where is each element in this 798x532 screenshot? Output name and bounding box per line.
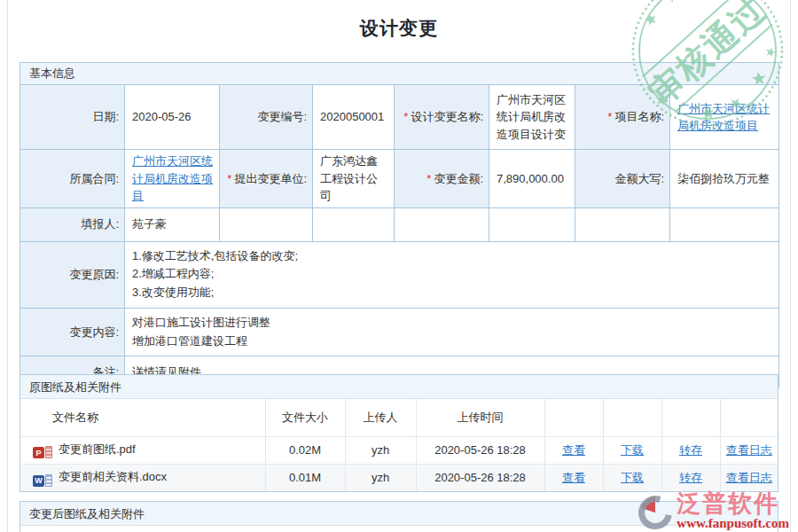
page-title: 设计变更 xyxy=(0,16,798,41)
empty-cell xyxy=(575,207,670,241)
contract-cell: 广州市天河区统计局机房改造项目 xyxy=(125,150,220,208)
design-change-page: 设计变更 基本信息 日期: 2020-05-26 变更编号: 202005000… xyxy=(0,0,798,532)
download-link[interactable]: 下载 xyxy=(621,443,644,457)
column-uploader: 上传人 xyxy=(345,399,416,436)
contract-label: 所属合同: xyxy=(20,150,125,208)
column-action xyxy=(720,399,778,436)
transfer-cell: 转存 xyxy=(661,464,720,491)
required-mark: * xyxy=(403,110,408,123)
view-log-cell: 查看日志 xyxy=(720,436,778,464)
basic-info-row-1: 日期: 2020-05-26 变更编号: 2020050001 *设计变更名称:… xyxy=(20,85,779,150)
file-name-cell: P变更前图纸.pdf xyxy=(20,436,265,464)
file-uploader: yzh xyxy=(345,436,416,464)
design-change-name-value: 广州市天河区统计局机房改造项目设计变 xyxy=(489,85,575,150)
file-name: 变更前相关资料.docx xyxy=(59,470,167,483)
empty-cell xyxy=(220,207,313,241)
word-file-icon: W xyxy=(33,474,52,487)
pdf-file-icon: P xyxy=(33,446,52,458)
transfer-link[interactable]: 转存 xyxy=(679,471,702,484)
reporter-value: 苑子豪 xyxy=(125,207,220,241)
project-name-cell: 广州市天河区统计局机房改造项目 xyxy=(670,85,779,150)
download-cell: 下载 xyxy=(603,464,661,491)
empty-cell xyxy=(395,207,489,241)
basic-info-section-header-row: 基本信息 xyxy=(20,63,779,85)
transfer-link[interactable]: 转存 xyxy=(679,443,702,457)
required-mark: * xyxy=(227,172,231,185)
attachments-before-table: 文件名称 文件大小 上传人 上传时间 P变更前图纸.pdf 0.02M yzh … xyxy=(20,399,778,491)
view-log-link[interactable]: 查看日志 xyxy=(726,443,772,457)
reporter-label: 填报人: xyxy=(20,207,125,241)
basic-info-table: 基本信息 日期: 2020-05-26 变更编号: 2020050001 *设计… xyxy=(20,62,779,387)
column-file-size: 文件大小 xyxy=(265,399,345,436)
change-content-row: 变更内容: 对港口施工设计图进行调整 增加港口管道建设工程 xyxy=(20,308,779,356)
change-unit-value: 广东鸿达鑫工程设计公司 xyxy=(313,150,395,208)
column-action xyxy=(661,399,720,436)
change-amount-label: *变更金额: xyxy=(395,150,489,208)
amount-words-value: 柒佰捌拾玖万元整 xyxy=(670,150,779,208)
attachments-after-section: 变更后图纸及相关附件 xyxy=(20,501,778,532)
basic-info-row-2: 所属合同: 广州市天河区统计局机房改造项目 *提出变更单位: 广东鸿达鑫工程设计… xyxy=(20,150,779,208)
column-file-name: 文件名称 xyxy=(20,399,265,436)
column-action xyxy=(603,399,661,436)
file-row-word: W变更前相关资料.docx 0.01M yzh 2020-05-26 18:28… xyxy=(20,464,778,491)
basic-info-row-3: 填报人: 苑子豪 xyxy=(20,207,779,241)
view-cell: 查看 xyxy=(544,464,603,491)
column-action xyxy=(544,399,603,436)
date-value: 2020-05-26 xyxy=(125,85,220,150)
document-page-icon xyxy=(45,446,52,458)
view-link[interactable]: 查看 xyxy=(562,443,585,457)
amount-words-label: 金额大写: xyxy=(575,150,670,208)
file-name-cell: W变更前相关资料.docx xyxy=(20,464,265,491)
change-reason-row: 变更原因: 1.修改工艺技术,包括设备的改变; 2.增减工程内容; 3.改变使用… xyxy=(20,241,779,308)
project-name-link[interactable]: 广州市天河区统计局机房改造项目 xyxy=(677,102,770,133)
view-cell: 查看 xyxy=(544,436,603,464)
attachments-before-section: 原图纸及相关附件 文件名称 文件大小 上传人 上传时间 P变更前图纸.pdf xyxy=(20,374,778,492)
attachments-header-row: 文件名称 文件大小 上传人 上传时间 xyxy=(20,399,778,436)
contract-link[interactable]: 广州市天河区统计局机房改造项目 xyxy=(132,154,213,202)
download-cell: 下载 xyxy=(603,436,661,464)
empty-cell xyxy=(313,207,395,241)
column-upload-time: 上传时间 xyxy=(416,399,544,436)
attachments-before-title: 原图纸及相关附件 xyxy=(20,375,778,399)
change-amount-value: 7,890,000.00 xyxy=(489,150,575,208)
document-page-icon xyxy=(45,474,52,487)
file-upload-time: 2020-05-26 18:28 xyxy=(416,464,544,491)
file-uploader: yzh xyxy=(345,464,416,491)
attachments-after-title: 变更后图纸及相关附件 xyxy=(20,502,778,526)
change-reason-label: 变更原因: xyxy=(20,241,125,308)
project-name-label: *项目名称: xyxy=(575,85,670,150)
file-size: 0.02M xyxy=(265,436,345,464)
view-log-cell: 查看日志 xyxy=(720,464,778,491)
transfer-cell: 转存 xyxy=(661,436,720,464)
download-link[interactable]: 下载 xyxy=(621,471,644,484)
view-log-link[interactable]: 查看日志 xyxy=(726,471,772,484)
file-upload-time: 2020-05-26 18:28 xyxy=(416,436,544,464)
empty-cell xyxy=(670,207,779,241)
change-no-label: 变更编号: xyxy=(220,85,313,150)
change-unit-label: *提出变更单位: xyxy=(220,150,313,208)
basic-info-section-title: 基本信息 xyxy=(20,63,779,85)
empty-cell xyxy=(489,207,575,241)
required-mark: * xyxy=(426,172,431,185)
file-row-pdf: P变更前图纸.pdf 0.02M yzh 2020-05-26 18:28 查看… xyxy=(20,436,778,464)
change-content-value: 对港口施工设计图进行调整 增加港口管道建设工程 xyxy=(125,308,779,356)
change-no-value: 2020050001 xyxy=(313,85,395,150)
view-link[interactable]: 查看 xyxy=(562,471,585,484)
file-size: 0.01M xyxy=(265,464,345,491)
design-change-name-label: *设计变更名称: xyxy=(395,85,489,150)
file-name: 变更前图纸.pdf xyxy=(59,442,136,456)
change-content-label: 变更内容: xyxy=(20,308,125,356)
date-label: 日期: xyxy=(20,85,125,150)
change-reason-value: 1.修改工艺技术,包括设备的改变; 2.增减工程内容; 3.改变使用功能; xyxy=(125,241,779,308)
required-mark: * xyxy=(607,110,612,123)
